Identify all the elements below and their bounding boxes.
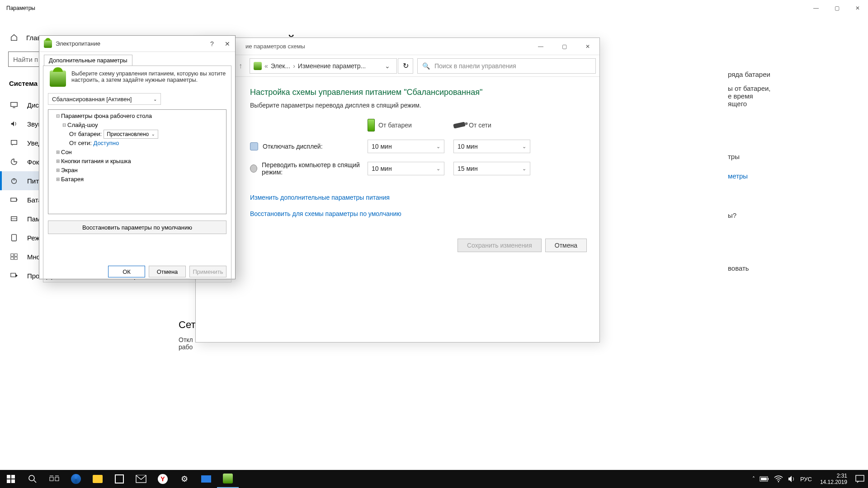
tray-clock[interactable]: 2:31 14.12.2019 <box>816 473 851 485</box>
advanced-power-dialog: Электропитание ? ✕ Дополнительные параме… <box>39 35 236 279</box>
svg-rect-9 <box>11 257 14 259</box>
tree-node-bg-params[interactable]: Параметры фона рабочего стола <box>61 112 152 121</box>
svg-rect-11 <box>11 273 16 277</box>
sidebar-search-placeholder: Найти п <box>13 56 38 63</box>
svg-point-23 <box>778 481 779 483</box>
apply-button[interactable]: Применить <box>189 266 226 277</box>
cancel-button[interactable]: Отмена <box>545 239 587 252</box>
tree-expand-icon[interactable]: ⊞ <box>55 166 61 175</box>
settings-title: Параметры <box>0 5 35 11</box>
svg-rect-13 <box>11 475 15 479</box>
tab-additional-params[interactable]: Дополнительные параметры <box>44 55 132 66</box>
search-placeholder: Поиск в панели управления <box>434 62 516 70</box>
sleep-battery-select[interactable]: 10 мин⌄ <box>368 162 444 175</box>
battery-icon <box>10 196 18 204</box>
taskbar: Y ⚙ ˄ РУС 2:31 14.12.2019 <box>0 470 868 488</box>
column-ac: От сети <box>453 122 539 129</box>
restore-defaults-button[interactable]: Восстановить параметры по умолчанию <box>48 221 226 234</box>
refresh-button[interactable]: ↻ <box>398 58 413 74</box>
chevron-down-icon: ⌄ <box>522 166 526 172</box>
column-battery: От батареи <box>368 119 453 131</box>
tray-chevron-icon[interactable]: ˄ <box>752 476 755 482</box>
maximize-icon[interactable]: ▢ <box>826 1 847 15</box>
tree-on-ac-label: От сети: <box>69 139 92 148</box>
control-panel-search[interactable]: 🔍 Поиск в панели управления <box>417 58 596 74</box>
breadcrumb[interactable]: « Элек... › Изменение параметр... ⌄ <box>250 58 397 74</box>
slideshow-battery-select[interactable]: Приостановлено⌄ <box>104 130 158 139</box>
svg-rect-18 <box>55 477 59 481</box>
svg-rect-1 <box>11 141 17 145</box>
tree-node-battery[interactable]: Батарея <box>61 175 84 184</box>
store-icon <box>115 474 124 483</box>
chevron-down-icon: ⌄ <box>151 130 155 139</box>
tree-collapse-icon[interactable]: ⊟ <box>61 121 67 130</box>
power-plan-large-icon <box>50 70 66 87</box>
tray-volume-icon[interactable] <box>788 475 796 483</box>
tree-expand-icon[interactable]: ⊞ <box>55 157 61 166</box>
task-view-button[interactable] <box>43 470 65 488</box>
taskbar-yandex[interactable]: Y <box>152 470 174 488</box>
chevron-right-icon: › <box>293 62 295 70</box>
start-button[interactable] <box>0 470 22 488</box>
breadcrumb-sep: « <box>264 62 268 70</box>
display-off-battery-select[interactable]: 10 мин⌄ <box>368 140 444 153</box>
link-restore-defaults[interactable]: Восстановить для схемы параметры по умол… <box>250 210 583 217</box>
taskbar-mail[interactable] <box>130 470 152 488</box>
maximize-icon[interactable]: ▢ <box>552 40 576 53</box>
svg-rect-4 <box>16 199 17 201</box>
close-icon[interactable]: ✕ <box>576 40 599 53</box>
svg-rect-0 <box>11 103 17 107</box>
taskbar-explorer[interactable] <box>87 470 108 488</box>
plug-icon <box>453 122 466 128</box>
security-icon <box>201 475 211 483</box>
related-q: ы? <box>728 211 850 219</box>
close-icon[interactable]: ✕ <box>847 1 868 15</box>
help-icon[interactable]: ? <box>204 38 220 50</box>
display-icon <box>10 101 18 109</box>
tree-node-screen[interactable]: Экран <box>61 166 78 175</box>
related-link-additional[interactable]: метры <box>728 172 850 180</box>
svg-rect-21 <box>768 478 769 480</box>
scheme-select[interactable]: Сбалансированная [Активен] ⌄ <box>48 93 161 105</box>
tree-expand-icon[interactable]: ⊞ <box>55 148 61 157</box>
search-icon: 🔍 <box>422 62 430 70</box>
settings-tree[interactable]: ⊟Параметры фона рабочего стола ⊟Слайд-шо… <box>48 109 226 214</box>
save-changes-button[interactable]: Сохранить изменения <box>458 239 542 252</box>
tray-wifi-icon[interactable] <box>774 475 783 483</box>
tray-language[interactable]: РУС <box>800 476 812 483</box>
breadcrumb-part2[interactable]: Изменение параметр... <box>298 62 366 70</box>
tray-battery-icon[interactable] <box>760 476 769 482</box>
close-icon[interactable]: ✕ <box>220 38 235 50</box>
taskbar-settings[interactable]: ⚙ <box>174 470 195 488</box>
notifications-icon <box>10 139 18 147</box>
slideshow-ac-value[interactable]: Доступно <box>93 139 119 148</box>
svg-point-16 <box>29 475 34 481</box>
tray-time: 2:31 <box>820 473 847 479</box>
row-sleep-label: Переводить компьютер в спящий режим: <box>250 161 368 176</box>
tree-node-slideshow[interactable]: Слайд-шоу <box>67 121 98 130</box>
chevron-down-icon: ⌄ <box>436 144 440 150</box>
taskbar-store[interactable] <box>108 470 130 488</box>
chevron-down-icon[interactable]: ⌄ <box>385 62 393 70</box>
power-options-icon <box>223 474 233 483</box>
display-off-ac-select[interactable]: 10 мин⌄ <box>453 140 530 153</box>
ok-button[interactable]: ОК <box>108 266 145 277</box>
tree-expand-icon[interactable]: ⊞ <box>55 175 61 184</box>
tree-node-sleep[interactable]: Сон <box>61 148 72 157</box>
taskbar-security[interactable] <box>195 470 217 488</box>
action-center-icon[interactable] <box>855 475 864 483</box>
minimize-icon[interactable]: — <box>806 1 826 15</box>
tree-node-buttons-lid[interactable]: Кнопки питания и крышка <box>61 157 131 166</box>
svg-rect-12 <box>7 475 10 479</box>
taskbar-power-options[interactable] <box>217 470 239 488</box>
search-button[interactable] <box>22 470 43 488</box>
sleep-ac-select[interactable]: 15 мин⌄ <box>453 162 530 175</box>
tray-date: 14.12.2019 <box>820 479 847 485</box>
taskbar-edge[interactable] <box>65 470 87 488</box>
tree-collapse-icon[interactable]: ⊟ <box>55 112 61 121</box>
minimize-icon[interactable]: — <box>529 40 552 53</box>
breadcrumb-part1[interactable]: Элек... <box>271 62 290 70</box>
cancel-button[interactable]: Отмена <box>149 266 186 277</box>
link-advanced-power[interactable]: Изменить дополнительные параметры питани… <box>250 194 583 201</box>
related-text3: тры <box>728 153 850 160</box>
